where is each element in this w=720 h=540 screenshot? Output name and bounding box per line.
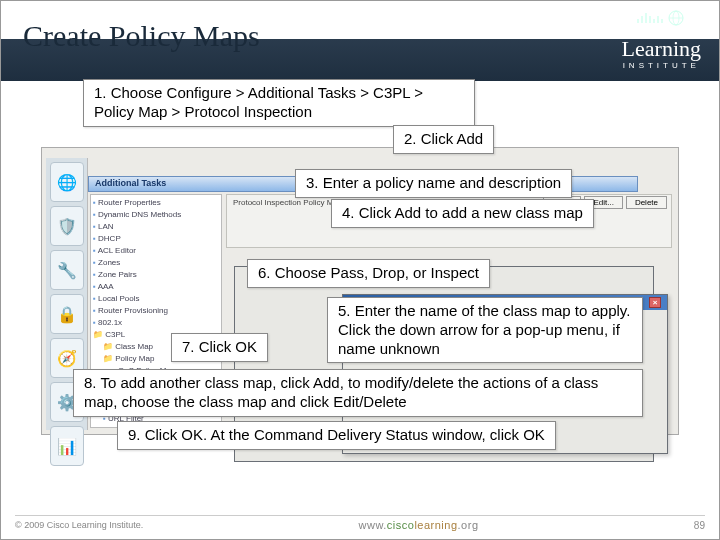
panel-label: Protocol Inspection Policy Maps bbox=[233, 198, 346, 207]
logo-institute: INSTITUTE bbox=[622, 61, 701, 70]
step-9: 9. Click OK. At the Command Delivery Sta… bbox=[117, 421, 556, 450]
close-icon[interactable]: × bbox=[649, 297, 661, 308]
page-title: Create Policy Maps bbox=[23, 19, 260, 53]
sidebar-icon[interactable]: 🌐 bbox=[50, 162, 84, 202]
step-5: 5. Enter the name of the class map to ap… bbox=[327, 297, 643, 363]
sidebar-icon[interactable]: 📊 bbox=[50, 426, 84, 466]
tree-item[interactable]: Router Properties bbox=[93, 197, 219, 209]
sidebar-icon[interactable]: 🔒 bbox=[50, 294, 84, 334]
globe-icon bbox=[636, 9, 686, 27]
cisco-logo: CISCO Learning INSTITUTE bbox=[622, 9, 701, 70]
tree-item[interactable]: 802.1x bbox=[93, 317, 219, 329]
tree-item[interactable]: Router Provisioning bbox=[93, 305, 219, 317]
logo-brand: CISCO bbox=[622, 27, 701, 37]
delete-button[interactable]: Delete bbox=[626, 196, 667, 209]
logo-learning: Learning bbox=[622, 39, 701, 59]
tree-item[interactable]: DHCP bbox=[93, 233, 219, 245]
footer: © 2009 Cisco Learning Institute. www.cis… bbox=[15, 519, 705, 531]
tree-item[interactable]: AAA bbox=[93, 281, 219, 293]
step-3: 3. Enter a policy name and description bbox=[295, 169, 572, 198]
step-4: 4. Click Add to add a new class map bbox=[331, 199, 594, 228]
step-6: 6. Choose Pass, Drop, or Inspect bbox=[247, 259, 490, 288]
tree-item[interactable]: ACL Editor bbox=[93, 245, 219, 257]
page-number: 89 bbox=[694, 520, 705, 531]
tree-item[interactable]: Local Pools bbox=[93, 293, 219, 305]
sidebar-icon[interactable]: 🛡️ bbox=[50, 206, 84, 246]
footer-url: www.ciscolearning.org bbox=[359, 519, 479, 531]
tree-item[interactable]: Zone Pairs bbox=[93, 269, 219, 281]
tree-item[interactable]: Zones bbox=[93, 257, 219, 269]
step-2: 2. Click Add bbox=[393, 125, 494, 154]
step-7: 7. Click OK bbox=[171, 333, 268, 362]
tree-item[interactable]: Dynamic DNS Methods bbox=[93, 209, 219, 221]
sidebar-icon[interactable]: 🔧 bbox=[50, 250, 84, 290]
step-8: 8. To add another class map, click Add, … bbox=[73, 369, 643, 417]
tree-item[interactable]: LAN bbox=[93, 221, 219, 233]
header: Create Policy Maps CISCO Learning INSTIT… bbox=[1, 1, 719, 81]
copyright: © 2009 Cisco Learning Institute. bbox=[15, 520, 143, 530]
step-1: 1. Choose Configure > Additional Tasks >… bbox=[83, 79, 475, 127]
content-area: 🌐🛡️🔧🔒🧭⚙️📊 Additional Tasks Router Proper… bbox=[41, 83, 679, 507]
